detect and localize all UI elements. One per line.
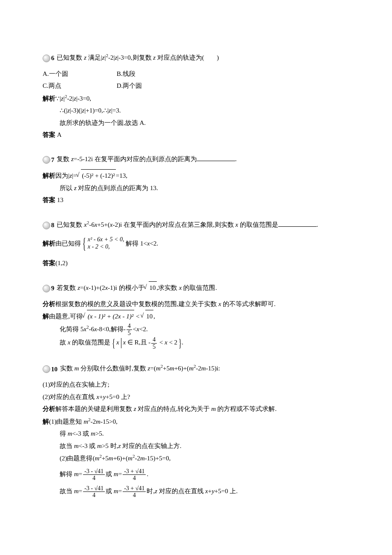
q9-text: 若复数 z=(x-1)+(2x-1)i 的模小于10,求实数 x 的取值范围. (57, 284, 217, 291)
fraction: -3 - √414 (83, 468, 105, 482)
bullet-icon (43, 156, 50, 164)
q6-analysis: 解析∵|z|2-2|z|-3=0, (43, 92, 349, 105)
bullet-icon (43, 222, 50, 229)
qnum-10: 10 (43, 363, 58, 376)
q7-text: 复数 z=-5-12i 在复平面内对应的点到原点的距离为. (57, 156, 236, 162)
q6-options: A.一个圆 B.线段 (43, 68, 349, 80)
fraction: 45 (151, 336, 157, 350)
q6-optD: D.两个圆 (117, 80, 189, 92)
q6-options2: C.两点 D.两个圆 (43, 80, 349, 92)
question-6: 6 已知复数 z 满足|z|2-2|z|-3=0,则复数 z 对应点的轨迹为( … (43, 51, 349, 64)
brace: x² - 6x + 5 < 0, x - 2 < 0, (83, 236, 124, 253)
q9-sol3: 故 x 的取值范围是 xx ∈ R,且 -45 < x < 2 . (43, 336, 349, 350)
q10-s1e: 故当 m<-3 或 m>5 时,z 对应的点在实轴上方. (43, 440, 349, 452)
blank (197, 154, 235, 161)
q10-s2: (2)由题意得(m2+5m+6)+(m2-2m-15)+5=0, (43, 452, 349, 465)
num: 8 (51, 219, 55, 231)
bullet-icon (43, 285, 50, 292)
blank (278, 220, 317, 227)
num: 7 (51, 154, 55, 166)
q7-ana2: 所以 z 对应的点到原点的距离为 13. (43, 182, 349, 194)
q10-s1: 解(1)由题意知 m2-2m-15>0, (43, 415, 349, 428)
q10-text: 实数 m 分别取什么数值时,复数 z=(m2+5m+6)+(m2-2m-15)i… (60, 365, 220, 372)
vbar (121, 338, 121, 348)
q8-analysis: 解析由已知得 x² - 6x + 5 < 0, x - 2 < 0, 解得 1<… (43, 236, 349, 253)
set-braces: xx ∈ R,且 -45 < x < 2 (112, 336, 182, 350)
sqrt: 10 (141, 310, 153, 323)
question-7: 7 复数 z=-5-12i 在复平面内对应的点到原点的距离为. (43, 153, 349, 166)
q6-ana3: 故所求的轨迹为一个圆,故选 A. (43, 117, 349, 129)
sqrt: (x - 1)² + (2x - 1)² (83, 310, 134, 323)
qnum-6: 6 (43, 52, 55, 64)
num: 9 (51, 282, 55, 295)
q9-fx: 分析根据复数的模的意义及题设中复数模的范围,建立关于实数 x 的不等式求解即可. (43, 298, 349, 310)
q6-optA: A.一个圆 (43, 68, 115, 80)
fraction: -3 + √414 (123, 485, 146, 499)
qnum-7: 7 (43, 154, 55, 166)
bullet-icon (43, 55, 50, 62)
q6-optB: B.线段 (117, 68, 189, 80)
q9-sol: 解由题意,可得(x - 1)² + (2x - 1)² < 10, (43, 310, 349, 323)
bullet-icon (43, 365, 50, 373)
qnum-9: 9 (43, 282, 55, 295)
q6-text: 已知复数 z 满足|z|2-2|z|-3=0,则复数 z 对应点的轨迹为( ) (57, 54, 219, 61)
sqrt: 10 (144, 281, 157, 294)
q7-answer: 答案 13 (43, 194, 349, 206)
q10-s1d: 得 m<-3 或 m>5. (43, 428, 349, 440)
q10-p2: (2)对应的点在直线 x+y+5=0 上? (43, 391, 349, 403)
fraction: 45 (127, 323, 132, 336)
fraction: -3 - √414 (83, 485, 105, 499)
qnum-8: 8 (43, 219, 55, 231)
q8-text: 已知复数 x2-6x+5+(x-2)i 在复平面内的对应点在第三象限,则实数 x… (57, 221, 318, 228)
q9-sol2: 化简得 5x2-6x-8<0,解得-45<x<2. (43, 323, 349, 336)
sqrt: (-5)² + (-12)² (77, 169, 115, 182)
question-10: 10 实数 m 分别取什么数值时,复数 z=(m2+5m+6)+(m2-2m-1… (43, 362, 349, 375)
q7-analysis: 解析因为|z|=(-5)² + (-12)²=13, (43, 169, 349, 182)
q8-answer: 答案(1,2) (43, 257, 349, 269)
question-8: 8 已知复数 x2-6x+5+(x-2)i 在复平面内的对应点在第三象限,则实数… (43, 218, 349, 231)
q6-optC: C.两点 (43, 80, 115, 92)
q6-ana2: ∴(|z|-3)(|z|+1)=0,∴|z|=3. (43, 104, 349, 117)
q6-answer: 答案 A (43, 129, 349, 141)
fraction: -3 + √414 (123, 468, 146, 482)
question-9: 9 若复数 z=(x-1)+(2x-1)i 的模小于10,求实数 x 的取值范围… (43, 281, 349, 295)
q10-s2f: 解得 m=-3 - √414或 m=-3 + √414. (43, 468, 349, 482)
num: 10 (51, 363, 58, 376)
num: 6 (51, 52, 55, 64)
q10-p1: (1)对应的点在实轴上方; (43, 379, 349, 391)
q10-fx: 分析解答本题的关键是利用复数 z 对应点的特点,转化为关于 m 的方程或不等式求… (43, 403, 349, 415)
q10-s2g: 故当 m=-3 - √414或 m=-3 + √414时,z 对应的点在直线 x… (43, 485, 349, 499)
